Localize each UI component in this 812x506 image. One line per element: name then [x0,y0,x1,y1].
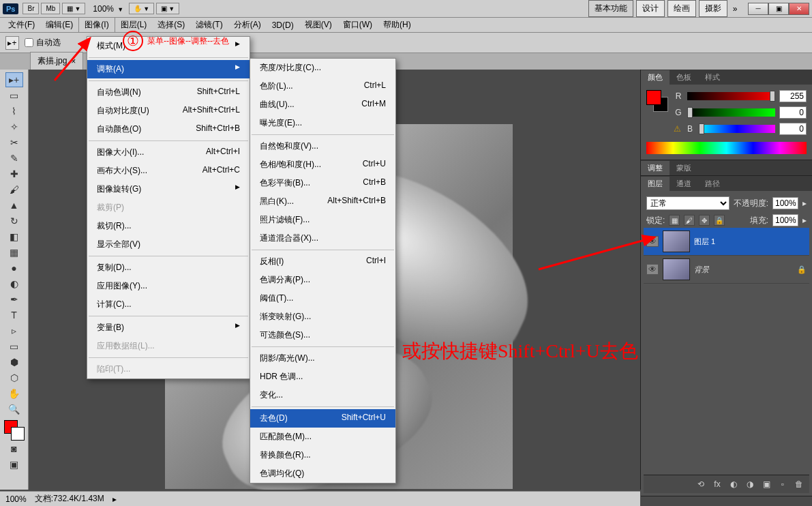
move-tool[interactable]: ▸+ [5,72,23,87]
screenmode-tool[interactable]: ▣ [5,457,23,472]
b-value[interactable]: 0 [779,123,807,135]
3d-tool[interactable]: ⬢ [5,355,23,370]
eraser-tool[interactable]: ◧ [5,229,23,244]
dodge-tool[interactable]: ◐ [5,276,23,291]
heal-tool[interactable]: ✚ [5,166,23,181]
bridge-button[interactable]: Br [22,3,39,14]
menu-item[interactable]: 图像旋转(G)▶ [87,180,250,198]
layer-thumbnail[interactable] [663,258,690,280]
tab-color[interactable]: 颜色 [641,70,670,85]
wand-tool[interactable]: ✧ [5,119,23,134]
menu-item[interactable]: 通道混合器(X)... [250,229,395,248]
new-layer-button[interactable]: ▫ [775,478,790,490]
workspace-basic[interactable]: 基本功能 [588,0,633,17]
menu-analysis[interactable]: 分析(A) [228,18,267,32]
mb-button[interactable]: Mb [41,3,60,14]
menu-item[interactable]: 替换颜色(R)... [250,446,395,464]
r-slider[interactable] [687,92,775,100]
marquee-tool[interactable]: ▭ [5,88,23,103]
menu-layer[interactable]: 图层(L) [115,18,153,32]
delete-layer-button[interactable]: 🗑 [792,478,807,490]
zoom-tool[interactable]: 🔍 [5,402,23,417]
menu-item[interactable]: 阴影/高光(W)... [250,349,395,368]
menu-item[interactable]: 色调分离(P)... [250,271,395,289]
menu-item[interactable]: 自然饱和度(V)... [250,137,395,155]
current-tool-icon[interactable]: ▸+ [5,36,19,50]
menu-item[interactable]: 反相(I)Ctrl+I [250,252,395,271]
b-slider[interactable] [699,125,775,133]
tab-close-icon[interactable]: × [71,57,76,66]
blur-tool[interactable]: ● [5,261,23,276]
maximize-button[interactable]: ▣ [768,3,789,15]
screen-mode-button[interactable]: ▣▼ [156,3,179,14]
menu-edit[interactable]: 编辑(E) [40,18,78,32]
brush-tool[interactable]: 🖌 [5,182,23,197]
fx-button[interactable]: fx [710,478,725,490]
menu-item[interactable]: 曝光度(E)... [250,114,395,132]
menu-select[interactable]: 选择(S) [152,18,190,32]
tab-swatches[interactable]: 色板 [670,70,698,85]
tab-adjustments[interactable]: 调整 [641,161,670,175]
background-color[interactable] [11,427,25,441]
menu-item[interactable]: 照片滤镜(F)... [250,211,395,229]
fill-value[interactable]: 100% [772,214,798,226]
menu-item[interactable]: 应用图像(Y)... [87,277,250,295]
link-layers-button[interactable]: ⟲ [693,478,708,490]
menu-item[interactable]: 亮度/对比度(C)... [250,59,395,77]
stamp-tool[interactable]: ▲ [5,198,23,213]
visibility-icon[interactable]: 👁 [646,236,659,247]
menu-item[interactable]: 色阶(L)...Ctrl+L [250,77,395,95]
menu-item[interactable]: 色彩平衡(B)...Ctrl+B [250,174,395,192]
menu-item[interactable]: 显示全部(V) [87,235,250,254]
tab-channels[interactable]: 通道 [670,177,698,191]
workspace-paint[interactable]: 绘画 [667,0,696,17]
menu-item[interactable]: 可选颜色(S)... [250,326,395,344]
path-tool[interactable]: ▹ [5,323,23,338]
menu-item[interactable]: 变化... [250,386,395,404]
menu-file[interactable]: 文件(F) [3,18,40,32]
g-slider[interactable] [687,108,775,117]
menu-item[interactable]: 色调均化(Q) [250,464,395,483]
visibility-icon[interactable]: 👁 [646,264,659,275]
menu-item[interactable]: 复制(D)... [87,258,250,277]
menu-item[interactable]: 图像大小(I)...Alt+Ctrl+I [87,143,250,162]
menu-item[interactable]: 匹配颜色(M)... [250,428,395,446]
menu-item[interactable]: 黑白(K)...Alt+Shift+Ctrl+B [250,192,395,211]
menu-3d[interactable]: 3D(D) [267,19,299,31]
tab-paths[interactable]: 路径 [698,177,727,191]
tab-masks[interactable]: 蒙版 [670,161,698,175]
close-button[interactable]: ✕ [789,3,809,15]
group-button[interactable]: ▣ [759,478,774,490]
minimize-button[interactable]: ─ [748,3,768,15]
status-arrow-icon[interactable]: ▸ [112,494,117,504]
layer-name[interactable]: 图层 1 [694,237,807,247]
color-swatch[interactable] [4,420,25,441]
layer-row[interactable]: 👁 图层 1 [644,228,809,256]
lock-move-icon[interactable]: ✥ [699,215,710,226]
menu-item[interactable]: 调整(A)▶ [87,60,250,78]
menu-image[interactable]: 图像(I) [78,17,115,33]
layer-name[interactable]: 背景 [694,265,793,275]
adjustment-layer-button[interactable]: ◑ [742,478,757,490]
opacity-value[interactable]: 100% [772,197,798,209]
menu-item[interactable]: 阈值(T)... [250,289,395,308]
tab-styles[interactable]: 样式 [698,70,727,85]
color-swatch-panel[interactable] [646,90,668,112]
layer-thumbnail[interactable] [663,230,690,252]
history-brush-tool[interactable]: ↻ [5,213,23,228]
3d-camera-tool[interactable]: ⬡ [5,370,23,385]
type-tool[interactable]: T [5,308,23,323]
menu-filter[interactable]: 滤镜(T) [190,18,228,32]
lock-all-icon[interactable]: 🔒 [714,215,725,226]
mask-button[interactable]: ◐ [726,478,741,490]
crop-tool[interactable]: ✂ [5,135,23,150]
tab-layers[interactable]: 图层 [641,177,670,191]
menu-item[interactable]: 自动色调(N)Shift+Ctrl+L [87,83,250,102]
hand-button[interactable]: ✋▼ [129,3,154,14]
menu-item[interactable]: 计算(C)... [87,295,250,314]
menu-item[interactable]: 变量(B)▶ [87,318,250,337]
shape-tool[interactable]: ▭ [5,339,23,354]
menu-item[interactable]: HDR 色调... [250,368,395,386]
menu-item[interactable]: 自动颜色(O)Shift+Ctrl+B [87,120,250,138]
layer-row[interactable]: 👁 背景 🔒 [644,256,809,284]
